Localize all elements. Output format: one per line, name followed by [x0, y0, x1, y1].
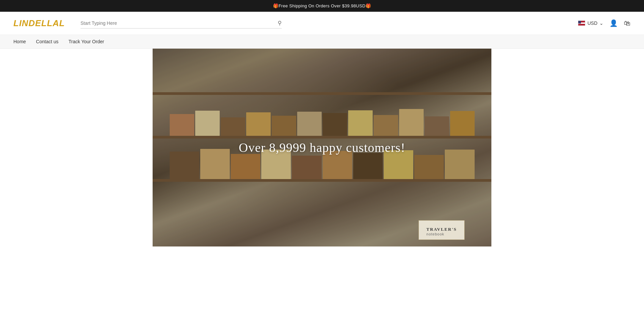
- currency-label: USD: [587, 20, 597, 26]
- announcement-bar: 🎁Free Shipping On Orders Over $39.98USD🎁: [0, 0, 644, 12]
- account-icon[interactable]: 👤: [609, 19, 618, 27]
- book-subtitle: notebook: [426, 232, 457, 236]
- currency-selector[interactable]: USD ⌄: [578, 20, 603, 26]
- search-container: ⚲: [80, 18, 282, 29]
- us-flag-icon: [578, 20, 585, 26]
- header: LINDELLAL ⚲ USD ⌄ 👤 🛍: [0, 12, 644, 35]
- hero-section: Over 8,9999 happy customers! TRAVLER'S n…: [153, 49, 491, 246]
- search-icon[interactable]: ⚲: [278, 20, 282, 26]
- nav-item-contact[interactable]: Contact us: [36, 39, 58, 44]
- header-right: USD ⌄ 👤 🛍: [578, 19, 631, 27]
- currency-chevron-icon: ⌄: [599, 20, 603, 26]
- book-title: TRAVLER'S: [426, 227, 457, 232]
- nav-item-home[interactable]: Home: [13, 39, 26, 44]
- cart-icon[interactable]: 🛍: [624, 19, 631, 27]
- hero-tagline: Over 8,9999 happy customers!: [239, 140, 406, 155]
- nav-bar: Home Contact us Track Your Order: [0, 35, 644, 49]
- site-logo[interactable]: LINDELLAL: [13, 18, 67, 29]
- announcement-text: 🎁Free Shipping On Orders Over $39.98USD🎁: [273, 3, 371, 8]
- nav-item-track-order[interactable]: Track Your Order: [68, 39, 104, 44]
- bottom-book-card: TRAVLER'S notebook: [419, 220, 465, 240]
- search-input[interactable]: [80, 20, 278, 26]
